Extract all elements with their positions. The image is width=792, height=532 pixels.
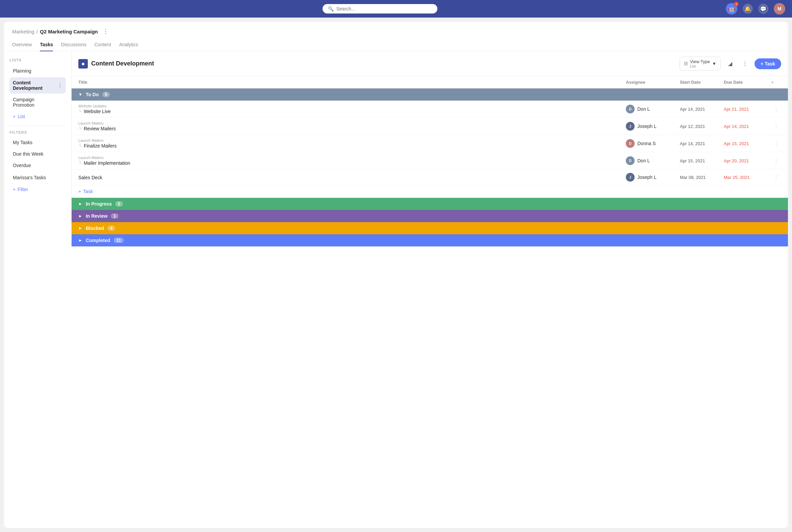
due-date: Apr 15, 2021 [724, 141, 771, 146]
chevron-down-icon: ▼ [712, 61, 716, 66]
content-dev-more-icon[interactable]: ⋮ [57, 82, 62, 89]
breadcrumb-current: Q2 Marketing Campaign [40, 29, 98, 34]
start-date: Mar 08, 2021 [680, 175, 724, 180]
add-list-icon: + [13, 114, 16, 119]
row-more-icon[interactable]: ⋮ [771, 174, 781, 180]
more-options-icon[interactable]: ⋮ [103, 28, 109, 35]
lists-label: LISTS [10, 58, 66, 62]
group-todo: ▼ To Do 5 [72, 89, 788, 100]
completed-label: Completed [86, 238, 110, 243]
task-parent: Website Updates [78, 104, 626, 108]
col-assignee: Assignee [626, 80, 680, 85]
sidebar-item-label: Planning [13, 68, 32, 74]
row-more-icon[interactable]: ⋮ [771, 158, 781, 164]
tab-content[interactable]: Content [95, 38, 111, 51]
task-title-col: Launch Mailers └Review Mailers [78, 121, 626, 131]
assignee-avatar: D [626, 139, 634, 148]
table-row: Launch Mailers └Mailer Implementation D … [72, 152, 788, 169]
task-title-col: Launch Mailers └Finalize Mailers [78, 138, 626, 149]
add-filter-icon: + [13, 187, 16, 192]
avatar-bot-icon[interactable]: 🤖 1 [726, 3, 737, 15]
assignee-col: J Joseph L [626, 122, 680, 131]
table-row: Launch Mailers └Finalize Mailers D Donna… [72, 135, 788, 152]
content-dev-icon: ■ [78, 59, 88, 69]
sidebar-filter-label: Overdue [13, 163, 31, 168]
blocked-label: Blocked [86, 226, 104, 231]
sidebar-filter-due-this-week[interactable]: Due this Week [10, 149, 66, 159]
add-list-button[interactable]: + List [10, 111, 66, 122]
user-avatar[interactable]: M [774, 3, 785, 15]
in-review-chevron-icon[interactable]: ► [78, 214, 82, 218]
sidebar-filter-marissas-tasks[interactable]: Marissa's Tasks ⋮ [10, 171, 66, 183]
due-date: Apr 14, 2021 [724, 124, 771, 129]
content-header-right: ☷ View Type List ▼ ◢ ⋮ + Task [680, 57, 781, 71]
task-name[interactable]: └Review Mailers [78, 126, 626, 131]
col-add[interactable]: + [771, 80, 781, 85]
chat-icon[interactable]: 💬 [758, 4, 768, 14]
view-type-sub: List [690, 64, 710, 68]
todo-count: 5 [102, 92, 110, 97]
due-date: Apr 21, 2021 [724, 107, 771, 112]
more-options-icon[interactable]: ⋮ [740, 58, 751, 69]
task-name[interactable]: Sales Deck [78, 175, 626, 180]
assignee-col: D Don L [626, 104, 680, 113]
task-name[interactable]: └Mailer Implementation [78, 160, 626, 166]
start-date: Apr 14, 2021 [680, 141, 724, 146]
sidebar-item-label: Campaign Promotion [13, 97, 57, 108]
in-progress-count: 2 [115, 201, 123, 207]
notification-badge: 1 [734, 2, 739, 6]
sidebar-filter-label: Marissa's Tasks [13, 175, 46, 180]
add-task-button[interactable]: + Task [755, 58, 781, 69]
view-type-button[interactable]: ☷ View Type List ▼ [680, 57, 721, 71]
assignee-col: D Don L [626, 156, 680, 165]
todo-chevron-icon[interactable]: ▼ [78, 92, 82, 97]
sidebar-filter-my-tasks[interactable]: My Tasks [10, 137, 66, 148]
assignee-col: D Donna S [626, 139, 680, 148]
task-title-col: Launch Mailers └Mailer Implementation [78, 156, 626, 166]
col-title: Title [78, 80, 626, 85]
search-bar[interactable]: 🔍 [323, 4, 437, 14]
table-header: Title Assignee Start Date Due Date + [72, 76, 788, 89]
view-type-label: View Type [690, 59, 710, 64]
top-navigation: 🔍 🤖 1 🔔 💬 M [0, 0, 792, 18]
page-header: Marketing / Q2 Marketing Campaign ⋮ [4, 22, 788, 35]
assignee-avatar: D [626, 156, 634, 165]
blocked-count: 4 [107, 226, 115, 231]
search-icon: 🔍 [328, 6, 334, 12]
completed-chevron-icon[interactable]: ► [78, 238, 82, 243]
todo-label: To Do [86, 92, 99, 97]
sidebar-item-planning[interactable]: Planning ⋮ [10, 65, 66, 77]
tab-tasks[interactable]: Tasks [40, 38, 53, 51]
task-name[interactable]: └Website Live [78, 109, 626, 114]
search-input[interactable] [336, 6, 432, 12]
assignee-name: Don L [637, 158, 650, 164]
completed-count: 11 [113, 238, 123, 243]
row-more-icon[interactable]: ⋮ [771, 123, 781, 130]
add-task-row[interactable]: + Task [72, 185, 788, 198]
task-parent: Launch Mailers [78, 121, 626, 125]
filter-icon[interactable]: ◢ [725, 58, 736, 69]
blocked-chevron-icon[interactable]: ► [78, 226, 82, 231]
bell-icon[interactable]: 🔔 [743, 4, 753, 14]
sidebar-item-content-development[interactable]: Content Development ⋮ [10, 77, 66, 94]
tab-analytics[interactable]: Analytics [119, 38, 138, 51]
content-header: ■ Content Development ☷ View Type List ▼… [72, 51, 788, 76]
tab-discussions[interactable]: Discussions [61, 38, 87, 51]
task-name[interactable]: └Finalize Mailers [78, 143, 626, 149]
table-row: Website Updates └Website Live D Don L Ap… [72, 100, 788, 118]
content-area: ■ Content Development ☷ View Type List ▼… [72, 51, 788, 246]
in-progress-chevron-icon[interactable]: ► [78, 202, 82, 206]
add-filter-button[interactable]: + Filter [10, 184, 66, 195]
add-filter-label: Filter [18, 187, 28, 192]
tab-overview[interactable]: Overview [12, 38, 32, 51]
table-row: Sales Deck J Joseph L Mar 08, 2021 Mar 2… [72, 169, 788, 185]
sidebar-item-campaign-promotion[interactable]: Campaign Promotion ⋮ [10, 94, 66, 110]
row-more-icon[interactable]: ⋮ [771, 106, 781, 112]
content-title-text: Content Development [91, 60, 154, 67]
assignee-avatar: J [626, 173, 634, 182]
row-more-icon[interactable]: ⋮ [771, 140, 781, 147]
sidebar-filter-overdue[interactable]: Overdue [10, 160, 66, 171]
assignee-avatar: J [626, 122, 634, 131]
in-review-label: In Review [86, 213, 108, 219]
breadcrumb-parent[interactable]: Marketing [12, 29, 34, 34]
